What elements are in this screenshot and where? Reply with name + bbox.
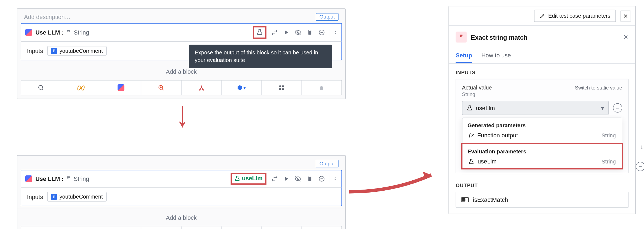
evaluator-title: Exact string match [471,33,619,41]
input-chip-youtubecomment[interactable]: P youtubeComment [47,46,107,56]
block-type: String [74,175,89,182]
evaluator-config-panel: Edit test case parameters ✕ ❞ Exact stri… [448,6,636,214]
output-field-name: isExactMatch [473,196,508,203]
switch-to-static-value-link[interactable]: Switch to static value [575,85,622,91]
dropdown-group-generated: Generated parameters [462,118,622,129]
expose-output-tooltip: Expose the output of this block so it ca… [189,45,332,68]
toolbar-search-icon[interactable] [21,226,61,229]
expose-output-button[interactable] [253,26,267,39]
swap-icon[interactable] [271,175,278,182]
input-chip-youtubecomment[interactable]: P youtubeComment [47,192,107,202]
close-button[interactable]: ✕ [620,10,631,21]
output-section-label: OUTPUT [449,177,635,192]
play-icon[interactable] [283,175,290,182]
edit-test-case-parameters-button[interactable]: Edit test case parameters [534,10,616,22]
remove-icon[interactable] [318,29,326,36]
inputs-label: Inputs [27,193,43,200]
svg-rect-0 [308,30,311,35]
fx-icon: ƒx [468,132,474,139]
actual-value-dropdown[interactable]: useLlm ▾ [462,101,609,115]
edit-button-label: Edit test case parameters [548,13,610,19]
toolbar-locate-icon[interactable] [141,81,181,95]
svg-rect-10 [282,85,284,87]
toolbar-llm-icon[interactable] [101,81,141,95]
chevron-down-icon: ▾ [601,104,604,111]
svg-rect-1 [309,30,311,31]
toolbar-apps-icon[interactable] [262,81,302,95]
toolbar-variable-icon[interactable]: (x) [61,226,101,229]
boolean-icon [461,197,469,202]
block-type: String [74,29,89,36]
play-icon[interactable] [283,29,290,36]
llm-icon [25,29,32,36]
toolbar-cube-icon[interactable]: ▾ [222,226,262,229]
expand-icon[interactable] [330,29,337,36]
quote-icon: ❞ [67,29,70,36]
block-title: Use LLM : [35,29,64,36]
inputs-label: Inputs [27,47,43,54]
eye-off-icon[interactable] [294,29,302,36]
toolbar-variable-icon[interactable]: (x) [61,81,101,95]
svg-rect-11 [279,88,281,90]
dropdown-item-function-output[interactable]: ƒx Function output String [462,129,622,142]
dropdown-item-usellm[interactable]: useLlm String [462,155,622,168]
tab-setup[interactable]: Setup [456,48,472,63]
dropdown-item-label: useLlm [478,158,497,165]
toolbar-locate-icon[interactable] [141,226,181,229]
svg-rect-14 [309,176,311,177]
llm-icon [25,175,32,182]
output-chip[interactable]: Output [316,160,339,167]
svg-rect-13 [308,177,311,181]
clipboard-icon[interactable] [306,29,314,36]
remove-input-button[interactable]: − [613,103,622,113]
obscured-text-fragment: lue [639,143,644,150]
close-icon[interactable]: ✕ [623,34,628,41]
output-chip[interactable]: Output [316,13,339,21]
dropdown-group-evaluation: Evaluation parameters [462,144,622,155]
toolbar-apps-icon[interactable] [262,226,302,229]
eye-off-icon[interactable] [294,175,302,182]
dropdown-item-type: String [602,132,616,138]
input-chip-label: youtubeComment [60,48,103,54]
toolbar-llm-icon[interactable] [101,226,141,229]
exposed-output-name: useLlm [242,175,263,182]
input-chip-label: youtubeComment [60,193,103,200]
output-field: isExactMatch [456,192,629,208]
toolbar-trash-icon[interactable] [302,226,342,229]
field-type-label: String [462,91,622,97]
svg-point-6 [201,85,202,86]
actual-value-input-group: Actual value Switch to static value Stri… [456,79,629,173]
arrow-down-annotation: ↓ [176,92,188,135]
quote-icon: ❞ [456,32,467,42]
svg-point-7 [199,89,200,90]
add-description-placeholder[interactable]: Add description… [24,14,70,20]
expand-icon[interactable] [330,175,337,182]
clipboard-icon[interactable] [306,175,314,182]
inputs-section-label: INPUTS [449,64,635,79]
beaker-icon [467,105,473,111]
parameter-dropdown-menu: Generated parameters ƒx Function output … [462,117,622,169]
svg-point-5 [160,87,162,88]
add-block-button[interactable]: Add a block [17,209,345,226]
function-editor-panel-after: Output Use LLM : ❞ String useLlm [17,155,346,229]
exposed-output-badge[interactable]: useLlm [231,173,267,185]
toolbar-trash-icon[interactable] [302,81,342,95]
toolbar-branch-icon[interactable] [181,226,221,229]
block-title: Use LLM : [35,175,64,182]
remove-icon[interactable] [318,175,326,182]
svg-point-3 [39,85,42,89]
toolbar-search-icon[interactable] [21,81,61,95]
tab-how-to-use[interactable]: How to use [481,48,511,63]
arrow-right-annotation [347,169,442,198]
dropdown-item-type: String [602,158,616,165]
swap-icon[interactable] [271,29,278,36]
toolbar-cube-icon[interactable]: ▾ [222,81,262,95]
remove-input-button[interactable]: − [636,162,644,171]
dropdown-item-label: Function output [477,132,518,139]
svg-point-12 [282,88,284,90]
svg-rect-9 [279,85,281,87]
pencil-icon [539,13,545,18]
llm-block: Use LLM : ❞ String useLlm [21,170,342,206]
quote-icon: ❞ [67,175,70,182]
param-icon: P [51,194,57,200]
